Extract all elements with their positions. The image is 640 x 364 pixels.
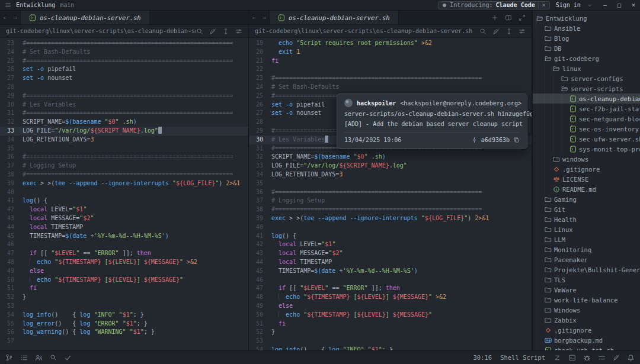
tree-item[interactable]: Windows: [533, 305, 640, 315]
tab-os-cleanup-debian-server[interactable]: os-cleanup-debian-server.sh: [20, 11, 150, 24]
check-icon[interactable]: [64, 354, 72, 362]
tree-item[interactable]: linux: [533, 63, 640, 73]
tree-item[interactable]: .gitignore: [533, 164, 640, 174]
code-line[interactable]: 44 local TIMESTAMP: [0, 223, 248, 232]
code-line[interactable]: 28: [0, 83, 248, 92]
tree-item[interactable]: LICENSE: [533, 174, 640, 184]
settings-icon[interactable]: [235, 28, 242, 35]
search-icon[interactable]: [196, 28, 203, 35]
debug-icon[interactable]: [583, 354, 591, 362]
project-name[interactable]: Entwicklung: [16, 2, 55, 8]
search-icon[interactable]: [479, 28, 487, 35]
tab-os-cleanup-debian-server[interactable]: os-cleanup-debian-server.sh: [269, 11, 399, 24]
tree-item[interactable]: check-usb-tst.sh: [533, 345, 640, 350]
tree-item[interactable]: borgbackup.md: [533, 335, 640, 345]
banner-close-icon[interactable]: ×: [538, 2, 546, 8]
tree-item[interactable]: Gaming: [533, 194, 640, 204]
search-icon[interactable]: [50, 354, 57, 361]
tree-item[interactable]: Health: [533, 214, 640, 224]
split-icon[interactable]: [505, 14, 512, 21]
code-line[interactable]: 56log_warning() { log "WARNING" "$1"; }: [0, 328, 248, 337]
tree-item[interactable]: windows: [533, 154, 640, 164]
tree-item[interactable]: DB: [533, 43, 640, 53]
code-line[interactable]: 43 local MESSAGE="$2": [249, 249, 532, 258]
plus-icon[interactable]: [491, 14, 498, 21]
announcement-banner[interactable]: Introducing: Claude Code ×: [438, 1, 550, 9]
code-line[interactable]: 36#=====================================…: [249, 188, 532, 197]
tree-item[interactable]: sys-monit-top-processes.sh: [533, 144, 640, 154]
code-line[interactable]: 45 TIMESTAMP=$(date +'%Y-%m-%d--%H-%M-%S…: [0, 232, 248, 241]
code-line[interactable]: 44 local TIMESTAMP: [249, 258, 532, 267]
tree-item[interactable]: .gitignore: [533, 325, 640, 335]
code-line[interactable]: 47 if [[ "$LEVEL" == "ERROR" ]]; then: [249, 284, 532, 293]
code-line[interactable]: 32SCRIPT_NAME=$(basename "$0" .sh): [249, 153, 532, 162]
code-line[interactable]: 23#=====================================…: [249, 74, 532, 83]
chevron-down-icon[interactable]: [587, 2, 593, 8]
tree-item[interactable]: server-configs: [533, 73, 640, 83]
tree-item[interactable]: Projekte\Bullshit-Generator: [533, 265, 640, 275]
code-line[interactable]: 41log() {: [249, 232, 532, 241]
code-line[interactable]: 50 echo "${TIMESTAMP} [${LEVEL}] ${MESSA…: [249, 311, 532, 320]
tree-item[interactable]: git-codeberg: [533, 53, 640, 63]
code-line[interactable]: 47 if [[ "$LEVEL" == "ERROR" ]]; then: [0, 249, 248, 258]
code-line[interactable]: 27set -o nounset: [0, 74, 248, 83]
inline-assist-icon[interactable]: [613, 354, 620, 361]
code-line[interactable]: 19 echo "Script requires root permission…: [249, 39, 532, 48]
code-line[interactable]: 39exec > >(tee --append --ignore-interru…: [249, 214, 532, 223]
code-line[interactable]: 35: [0, 144, 248, 153]
code-line[interactable]: 45 TIMESTAMP=$(date +'%Y-%m-%d--%H-%M-%S…: [249, 267, 532, 276]
cursor-icon[interactable]: [222, 28, 229, 35]
code-line[interactable]: 37# Logging Setup: [0, 162, 248, 170]
task-list-icon[interactable]: [20, 354, 28, 362]
tree-item[interactable]: Zabbix: [533, 315, 640, 325]
tree-item[interactable]: Blog: [533, 33, 640, 43]
minimize-button[interactable]: –: [603, 2, 607, 8]
code-line[interactable]: 24# Set Bash-Defaults: [0, 48, 248, 57]
code-line[interactable]: 42 local LEVEL="$1": [249, 240, 532, 249]
code-line[interactable]: 20 exit 1: [249, 48, 532, 57]
code-line[interactable]: 40: [249, 223, 532, 232]
code-line[interactable]: 39exec > >(tee --append --ignore-interru…: [0, 179, 248, 188]
close-button[interactable]: ×: [632, 2, 635, 8]
code-line[interactable]: 55log_error() { log "ERROR" "$1"; }: [0, 320, 248, 328]
code-line[interactable]: 49 else: [0, 267, 248, 276]
code-line[interactable]: 48 echo "${TIMESTAMP} [${LEVEL}] ${MESSA…: [0, 258, 248, 267]
code-line[interactable]: 30# Les Variables: [0, 101, 248, 109]
maximize-button[interactable]: □: [617, 2, 621, 8]
code-line[interactable]: 46: [0, 240, 248, 249]
collab-icon[interactable]: [35, 354, 43, 362]
code-line[interactable]: 42 local LEVEL="$1": [0, 205, 248, 214]
tree-item[interactable]: TLS: [533, 275, 640, 285]
menu-icon[interactable]: [5, 2, 11, 8]
diagnostics-icon[interactable]: [598, 354, 606, 362]
expand-icon[interactable]: [519, 14, 526, 21]
code-line[interactable]: 46: [249, 276, 532, 285]
code-line[interactable]: 51 fi: [0, 284, 248, 293]
settings-icon[interactable]: [519, 28, 526, 35]
code-line[interactable]: 32SCRIPT_NAME=$(basename "$0" .sh): [0, 118, 248, 127]
tree-item[interactable]: Linux: [533, 224, 640, 234]
code-line[interactable]: 33LOG_FILE="/var/log/${SCRIPT_NAME}.log": [0, 127, 248, 136]
terminal-icon[interactable]: [568, 354, 576, 362]
tree-item[interactable]: VmWare: [533, 285, 640, 295]
code-line[interactable]: 49 else: [249, 302, 532, 311]
code-line[interactable]: 54log_info() { log "INFO" "$1"; }: [0, 311, 248, 320]
copy-icon[interactable]: [513, 137, 520, 143]
tree-item[interactable]: sec-os-inventory.sh: [533, 124, 640, 134]
tree-item[interactable]: sec-f2b-jail-stat.sh: [533, 104, 640, 114]
code-line[interactable]: 34LOG_RETENTION_DAYS=3: [249, 170, 532, 179]
code-line[interactable]: 43 local MESSAGE="$2": [0, 214, 248, 223]
code-line[interactable]: 57: [0, 337, 248, 346]
code-line[interactable]: 24# Set Bash-Defaults: [249, 83, 532, 92]
inline-assist-icon[interactable]: [209, 28, 216, 35]
nav-forward-icon[interactable]: →: [259, 11, 269, 24]
editor-buffer[interactable]: hackspoiler <hackspoiler@noreply.codeber…: [249, 38, 532, 350]
tree-item[interactable]: sec-netguard-blocklist.sh: [533, 114, 640, 124]
cursor-position[interactable]: 30:16: [473, 354, 492, 361]
tree-item[interactable]: Git: [533, 204, 640, 214]
tree-item[interactable]: Entwicklung: [533, 13, 640, 23]
code-line[interactable]: 54log_info() { log "INFO" "$1"; }: [249, 346, 532, 350]
code-line[interactable]: 33LOG_FILE="/var/log/${SCRIPT_NAME}.log": [249, 162, 532, 170]
branch-name[interactable]: main: [60, 2, 74, 8]
code-line[interactable]: 38#=====================================…: [0, 170, 248, 179]
